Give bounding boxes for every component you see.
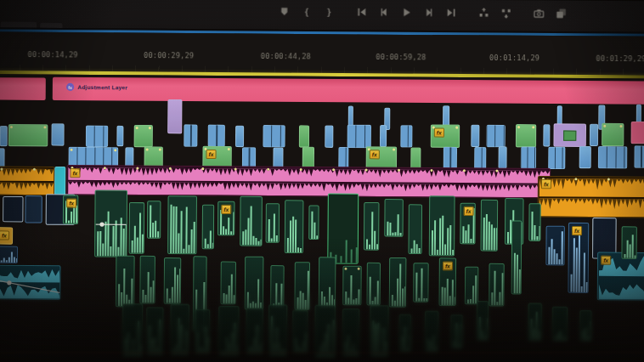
timeline-clip[interactable] — [528, 303, 542, 342]
timeline-clip[interactable] — [325, 126, 333, 148]
timeline-clip[interactable] — [184, 124, 197, 146]
timeline-clip[interactable]: fx — [568, 223, 589, 293]
timeline-clip[interactable] — [314, 305, 336, 359]
music-clip[interactable]: fx — [66, 165, 551, 198]
keyframe-dot[interactable] — [393, 148, 395, 150]
timeline-clip[interactable] — [602, 123, 624, 147]
keyframe-dot[interactable] — [267, 168, 269, 171]
timeline-clip[interactable] — [579, 310, 591, 342]
keyframe-dot[interactable] — [114, 149, 116, 151]
timeline-clip[interactable] — [319, 257, 336, 308]
keyframe-dot[interactable] — [574, 178, 577, 180]
keyframe-dot[interactable] — [136, 127, 138, 129]
audio-clip-orange[interactable] — [0, 166, 54, 195]
timeline-clip[interactable] — [364, 202, 380, 251]
timeline-clip[interactable] — [399, 314, 411, 353]
timeline-clip[interactable] — [0, 126, 8, 146]
timeline-clip[interactable] — [486, 125, 505, 147]
timeline-clip[interactable] — [598, 146, 628, 169]
keyframe-dot[interactable] — [463, 169, 466, 172]
keyframe-dot[interactable] — [300, 168, 302, 171]
timeline-clip[interactable] — [164, 257, 182, 304]
timeline-clip[interactable] — [8, 124, 48, 147]
keyframe-dot[interactable] — [43, 126, 46, 128]
timeline-clip[interactable] — [380, 125, 387, 147]
timeline-clip[interactable]: fx — [63, 195, 78, 224]
timeline-clip[interactable] — [511, 220, 523, 294]
timeline-clip[interactable] — [590, 124, 598, 146]
timeline-clip[interactable] — [167, 195, 197, 254]
timeline-clip[interactable] — [408, 204, 422, 254]
adjustment-layer-clip[interactable]: fxAdjustment Layer — [53, 77, 644, 105]
timeline-clip[interactable] — [443, 147, 457, 169]
timeline-clip[interactable] — [202, 205, 215, 250]
timeline-clip[interactable] — [268, 305, 288, 357]
timeline-clip[interactable] — [425, 311, 439, 353]
timeline-clip[interactable] — [116, 256, 135, 308]
keyframe-dot[interactable] — [136, 167, 138, 170]
timeline-clip[interactable] — [528, 203, 540, 241]
keyframe-dot[interactable] — [159, 148, 161, 150]
timeline-clip[interactable] — [129, 202, 145, 254]
timeline-clip[interactable] — [299, 125, 309, 147]
timeline-clip[interactable] — [208, 125, 225, 147]
timeline-clip[interactable] — [474, 147, 486, 169]
timeline-clip[interactable] — [86, 126, 108, 147]
timeline-clip[interactable] — [218, 306, 240, 356]
timeline-clip[interactable] — [389, 257, 407, 308]
keyframe-dot[interactable] — [146, 148, 149, 150]
keyframe-dot[interactable] — [33, 168, 36, 171]
timeline-clip[interactable] — [25, 195, 42, 223]
timeline-clip[interactable] — [498, 146, 506, 168]
keyframe-dot[interactable] — [607, 178, 610, 181]
timeline-clip[interactable] — [630, 122, 644, 144]
keyframe-dot[interactable] — [71, 149, 73, 151]
timeline-clip[interactable] — [54, 167, 65, 195]
keyframe-dot[interactable] — [344, 268, 347, 270]
timeline-clip[interactable] — [543, 124, 550, 146]
timeline-clip[interactable] — [285, 200, 304, 253]
timeline-clip[interactable] — [3, 196, 23, 223]
timeline-clip[interactable] — [370, 305, 389, 357]
audio-clip-waveform[interactable] — [0, 265, 61, 300]
timeline-clip[interactable] — [167, 99, 182, 134]
timeline-clip[interactable] — [489, 263, 505, 307]
timeline-clip[interactable] — [465, 267, 479, 305]
timeline-clip[interactable] — [477, 301, 489, 341]
timeline-clip[interactable] — [384, 199, 404, 237]
timeline-clip[interactable] — [235, 126, 244, 147]
timeline-clip[interactable]: fx — [597, 252, 644, 301]
timeline-clip[interactable] — [621, 226, 636, 259]
timeline-clip[interactable] — [634, 145, 644, 167]
video-clip-pink[interactable] — [0, 77, 46, 100]
keyframe-dot[interactable] — [234, 167, 237, 170]
timeline-clip[interactable] — [220, 262, 236, 305]
keyframe-dot[interactable] — [149, 127, 151, 129]
keyframe-dot[interactable] — [228, 148, 230, 150]
timeline-clip[interactable]: fx — [460, 203, 476, 245]
keyframe-dot[interactable] — [532, 126, 534, 128]
keyframe-dot[interactable] — [398, 169, 400, 172]
timeline-clip[interactable] — [548, 147, 565, 169]
timeline-clip[interactable] — [347, 125, 371, 149]
timeline-clip[interactable] — [294, 262, 310, 310]
timeline-clip[interactable] — [139, 256, 155, 304]
keyframe-dot[interactable] — [603, 125, 606, 127]
keyframe-dot[interactable] — [332, 168, 335, 171]
keyframe-dot[interactable] — [201, 167, 204, 170]
timeline-clip[interactable]: fx — [217, 201, 235, 236]
timeline-clip[interactable]: fx — [438, 257, 456, 306]
keyframe-dot[interactable] — [10, 126, 13, 128]
keyframe-dot[interactable] — [619, 125, 622, 127]
timeline-clip[interactable] — [366, 263, 381, 306]
keyframe-dot[interactable] — [104, 167, 106, 169]
timeline-clip[interactable] — [240, 196, 263, 246]
timeline-clip[interactable] — [342, 266, 362, 306]
timeline-clip[interactable] — [327, 193, 359, 263]
keyframe-dot[interactable] — [365, 168, 368, 171]
timeline-clip[interactable] — [292, 310, 308, 354]
timeline-clip[interactable] — [266, 203, 280, 243]
keyframe-dot[interactable] — [495, 170, 498, 173]
timeline-clip[interactable] — [579, 146, 591, 168]
timeline-clip[interactable] — [0, 246, 18, 263]
